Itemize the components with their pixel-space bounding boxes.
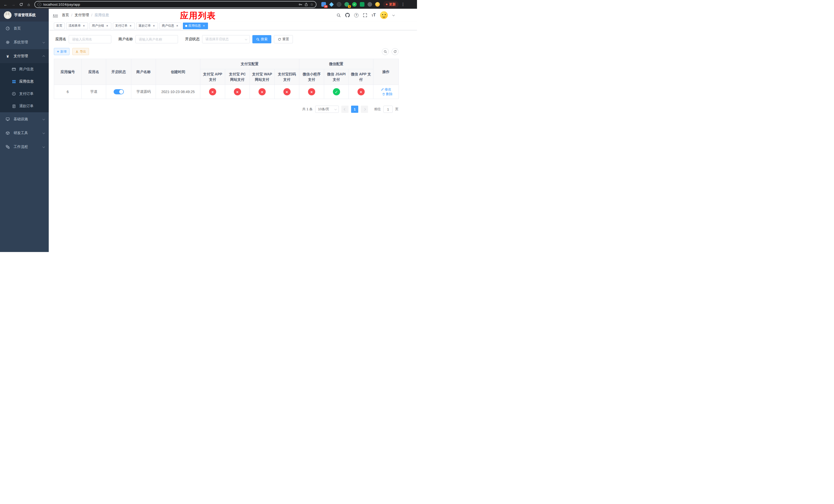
close-tab-icon[interactable]: × [105,24,109,28]
current-page-button[interactable]: 1 [351,106,358,113]
tab-home[interactable]: 首页 [54,23,65,29]
breadcrumb-home[interactable]: 首页 [62,13,69,18]
refresh-table-button[interactable] [392,48,398,55]
reset-button[interactable]: 重置 [274,35,293,43]
emoji-extension-icon[interactable] [375,2,380,7]
password-key-icon[interactable] [299,3,302,6]
sidebar-item-app-info[interactable]: 应用信息 [0,75,49,88]
goto-label: 前往 [374,107,381,112]
chevron-up-icon [43,55,45,58]
update-dot-icon [386,4,388,5]
navbar-actions: ? TT [336,11,394,19]
page-size-select[interactable]: 10条/页 [315,106,339,113]
screen: ← → ⌂ i localhost:1024/pay/app ☆ 10 1 ✓ [0,0,417,252]
col-app-id: 应用编号 [54,59,82,85]
sidebar-item-refund-order[interactable]: 退款订单 [0,100,49,112]
tab-merchant-info[interactable]: 商户信息× [159,23,181,29]
browser-back-button[interactable]: ← [2,1,9,8]
site-info-icon[interactable]: i [38,3,41,6]
github-icon[interactable] [345,13,350,18]
close-tab-icon[interactable]: × [82,24,86,28]
share-icon[interactable] [304,3,308,6]
col-wechat-jsapi: 微信 JSAPI 支付 [324,69,349,85]
download-icon [75,50,79,53]
merchant-name-label: 商户名称 [118,37,133,42]
chevron-right-icon [363,108,366,111]
close-tab-icon[interactable]: × [202,24,206,28]
sidebar-item-system[interactable]: 系统管理 [0,36,49,49]
browser-reload-button[interactable] [18,1,25,8]
sidebar-item-payment[interactable]: ¥ 支付管理 [0,49,49,63]
translate-extension-icon[interactable]: 10 [321,2,326,7]
col-created-time: 创建时间 [156,59,200,85]
browser-forward-button[interactable]: → [10,1,17,8]
status-select[interactable]: 请选择开启状态 [202,35,250,43]
collapse-sidebar-icon[interactable] [53,13,58,17]
plus-icon: + [57,50,59,53]
delete-link[interactable]: 删除 [382,92,393,96]
sidebar-item-infra[interactable]: 基础设施 [0,112,49,126]
fullscreen-icon[interactable] [363,13,367,18]
sidebar-item-merchant-info[interactable]: 商户信息 [0,63,49,75]
browser-update-button[interactable]: 更新 [383,1,398,8]
close-tab-icon[interactable]: × [152,24,156,28]
search-icon[interactable] [336,13,341,18]
sidebar-item-pay-order[interactable]: 支付订单 [0,88,49,100]
sidebar-item-dev-tools[interactable]: 研发工具 [0,126,49,140]
col-alipay-qr: 支付宝扫码支付 [275,69,299,85]
close-tab-icon[interactable]: × [129,24,132,28]
export-button[interactable]: 导出 [72,48,89,55]
tags-view: 首页 流程表单× 用户分组× 支付订单× 退款订单× 商户信息× 应用信息× [49,22,417,30]
font-size-icon[interactable]: TT [372,13,376,17]
browser-home-button[interactable]: ⌂ [25,1,32,8]
app-window: 芋道管理系统 首页 系统管理 ¥ 支付管理 [0,9,417,252]
cell-status [106,85,131,99]
sidebar: 芋道管理系统 首页 系统管理 ¥ 支付管理 [0,9,49,252]
gear-icon [5,40,10,44]
table-toolbar-right [382,48,398,55]
notes-extension-icon[interactable] [359,2,365,7]
edit-link[interactable]: 修改 [381,87,391,92]
browser-menu-icon[interactable]: ⋮ [399,2,407,7]
app-name-input[interactable] [69,35,111,43]
status-switch[interactable] [114,89,124,94]
credit-card-icon [11,67,16,71]
add-button[interactable]: + 新增 [54,48,69,55]
dark-extension-icon[interactable] [336,2,342,7]
chevron-down-icon [245,38,247,40]
bookmark-star-icon[interactable]: ☆ [310,2,313,6]
tab-app-info[interactable]: 应用信息× [183,23,208,29]
monitor-icon [5,117,10,121]
goto-page-input[interactable] [383,106,393,113]
tab-pay-order[interactable]: 支付订单× [113,23,135,29]
tab-process-form[interactable]: 流程表单× [66,23,88,29]
col-app-name: 应用名 [82,59,106,85]
toggle-search-button[interactable] [382,48,389,55]
breadcrumb-payment[interactable]: 支付管理 [74,13,89,18]
sidebar-item-home[interactable]: 首页 [0,22,49,36]
tab-refund-order[interactable]: 退款订单× [136,23,158,29]
prev-page-button[interactable] [341,106,349,113]
check-extension-icon[interactable]: ✓ [352,2,357,7]
help-icon[interactable]: ? [354,13,358,18]
sidebar-item-workflow[interactable]: 工作流程 [0,140,49,154]
merchant-name-input[interactable] [135,35,178,43]
search-button[interactable]: 搜索 [253,35,271,43]
avatar-caret-icon[interactable] [392,14,395,16]
puzzle-extensions-icon[interactable] [367,2,372,7]
pagination-total: 共 1 条 [302,107,313,112]
avatar-extension-icon[interactable]: 1 [344,2,349,7]
app-name-label: 应用名 [56,37,66,42]
close-tab-icon[interactable]: × [175,24,179,28]
main-area: 首页 / 支付管理 / 应用信息 应用列表 ? [49,9,417,252]
col-alipay-wap: 支付宝 WAP 网站支付 [250,69,275,85]
browser-toolbar: ← → ⌂ i localhost:1024/pay/app ☆ 10 1 ✓ [0,0,417,9]
gem-extension-icon[interactable] [329,2,334,7]
tab-user-group[interactable]: 用户分组× [89,23,111,29]
address-bar[interactable]: i localhost:1024/pay/app ☆ [35,1,316,8]
chevron-down-icon [43,145,45,148]
user-avatar[interactable] [380,11,388,19]
table-toolbar: + 新增 导出 [54,48,398,55]
next-page-button[interactable] [361,106,368,113]
filter-form: 应用名 商户名称 开启状态 请选择开启状态 搜索 [54,35,417,43]
